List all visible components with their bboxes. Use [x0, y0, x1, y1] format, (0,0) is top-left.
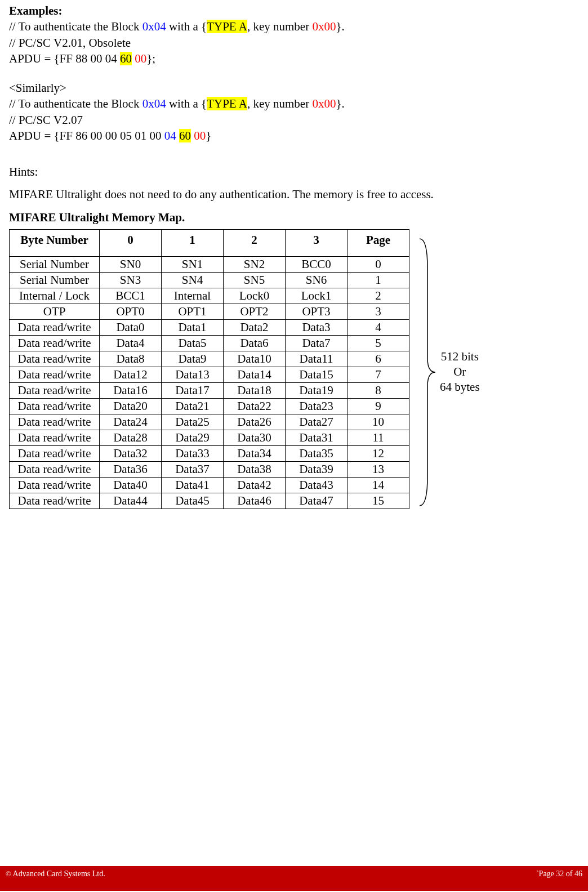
examples-heading: Examples:	[9, 3, 579, 18]
table-row: Data read/writeData24Data25Data26Data271…	[10, 414, 409, 430]
table-header-row: Byte Number 0 1 2 3 Page	[10, 229, 409, 256]
example-line-4: // To authenticate the Block 0x04 with a…	[9, 96, 579, 111]
hints-line: MIFARE Ultralight does not need to do an…	[9, 187, 579, 202]
example-line-1: // To authenticate the Block 0x04 with a…	[9, 19, 579, 34]
footer: © Advanced Card Systems Ltd. `Page 32 of…	[0, 866, 588, 891]
footer-right: `Page 32 of 46	[536, 869, 582, 878]
table-row: Data read/writeData12Data13Data14Data157	[10, 367, 409, 382]
brace-icon	[415, 234, 438, 510]
brace-line1: 512 bits	[440, 349, 480, 364]
table-row: Data read/writeData16Data17Data18Data198	[10, 382, 409, 398]
memory-map-heading: MIFARE Ultralight Memory Map.	[9, 210, 579, 225]
brace-line3: 64 bytes	[440, 380, 480, 395]
example-line-5: // PC/SC V2.07	[9, 113, 579, 127]
apdu-1: APDU = {FF 88 00 04 60 00};	[9, 51, 579, 66]
apdu-2: APDU = {FF 86 00 00 05 01 00 04 60 00}	[9, 128, 579, 143]
brace-annotation: 512 bits Or 64 bytes	[415, 226, 480, 519]
table-row: Data read/writeData4Data5Data6Data75	[10, 335, 409, 351]
copyright-icon: ©	[6, 869, 11, 878]
similarly: <Similarly>	[9, 81, 579, 95]
memory-map-table: Byte Number 0 1 2 3 Page Serial NumberSN…	[9, 229, 409, 509]
footer-left: © Advanced Card Systems Ltd.	[6, 869, 105, 878]
table-row: Data read/writeData44Data45Data46Data471…	[10, 493, 409, 509]
table-row: Data read/writeData0Data1Data2Data34	[10, 319, 409, 335]
table-row: Serial NumberSN3SN4SN5SN61	[10, 272, 409, 288]
table-row: Serial NumberSN0SN1SN2BCC00	[10, 256, 409, 272]
example-line-2: // PC/SC V2.01, Obsolete	[9, 35, 579, 50]
table-row: Data read/writeData20Data21Data22Data239	[10, 398, 409, 414]
hints-heading: Hints:	[9, 164, 579, 179]
table-row: Internal / LockBCC1InternalLock0Lock12	[10, 288, 409, 304]
table-row: Data read/writeData40Data41Data42Data431…	[10, 477, 409, 493]
table-row: OTPOPT0OPT1OPT2OPT33	[10, 304, 409, 319]
table-row: Data read/writeData36Data37Data38Data391…	[10, 461, 409, 477]
table-row: Data read/writeData8Data9Data10Data116	[10, 351, 409, 367]
table-row: Data read/writeData28Data29Data30Data311…	[10, 430, 409, 445]
brace-line2: Or	[440, 364, 480, 380]
table-row: Data read/writeData32Data33Data34Data351…	[10, 445, 409, 461]
